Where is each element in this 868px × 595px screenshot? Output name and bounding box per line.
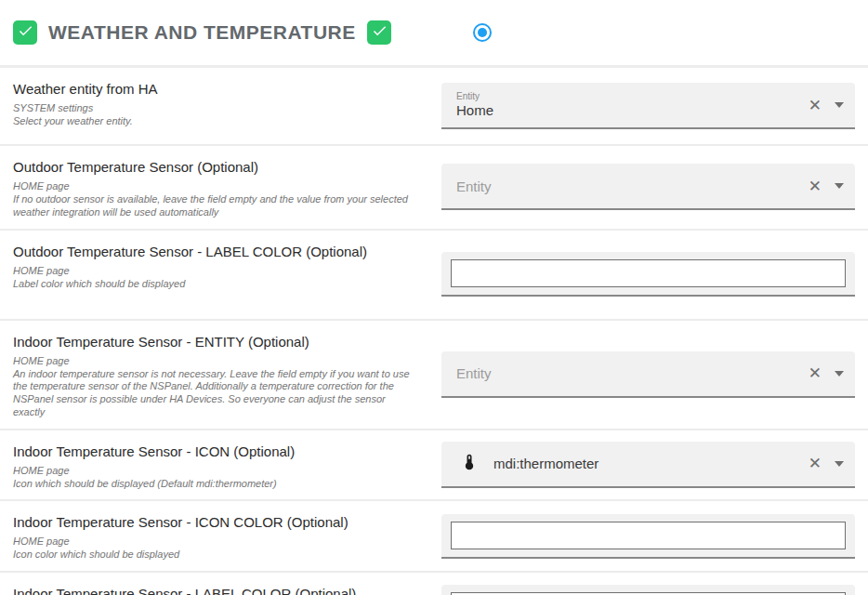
select-placeholder: Entity [456,178,801,194]
setting-context: HOME page [13,265,418,276]
setting-row-weather-entity: Weather entity from HA SYSTEM settings S… [0,66,868,144]
setting-title: Indoor Temperature Sensor - ICON COLOR (… [13,510,418,530]
select-value: mdi:thermometer [493,456,598,472]
setting-row-indoor-icon: Indoor Temperature Sensor - ICON (Option… [0,429,868,500]
setting-title: Indoor Temperature Sensor - ENTITY (Opti… [13,330,418,350]
setting-description: Label color which should be displayed [13,278,418,291]
setting-title: Outdoor Temperature Sensor (Optional) [13,155,418,175]
setting-row-indoor-label-color: Indoor Temperature Sensor - LABEL COLOR … [0,571,868,595]
chevron-down-icon[interactable] [835,371,844,377]
close-icon[interactable]: ✕ [809,178,822,194]
outdoor-sensor-select[interactable]: Entity ✕ [441,164,855,210]
setting-row-outdoor-sensor: Outdoor Temperature Sensor (Optional) HO… [0,144,868,229]
setting-row-indoor-icon-color: Indoor Temperature Sensor - ICON COLOR (… [0,499,868,571]
indoor-label-color-field [441,585,855,595]
setting-context: HOME page [13,536,418,547]
close-icon[interactable]: ✕ [809,98,822,113]
setting-labels: Indoor Temperature Sensor - ICON (Option… [0,430,426,500]
setting-title: Weather entity from HA [13,77,418,97]
setting-labels: Outdoor Temperature Sensor - LABEL COLOR… [0,231,426,300]
indoor-icon-color-field [441,514,855,559]
radio-dot-icon [478,28,487,37]
weather-settings-page: WEATHER AND TEMPERATURE Weather entity f… [0,0,868,595]
thermometer-icon [460,453,479,475]
setting-context: HOME page [13,355,418,366]
chevron-down-icon[interactable] [835,183,844,189]
outdoor-label-color-field [441,252,855,297]
setting-description: If no outdoor sensor is available, leave… [13,193,418,219]
chevron-down-icon[interactable] [835,461,844,467]
indoor-entity-select[interactable]: Entity ✕ [441,351,855,398]
setting-description: Icon color which should be displayed [13,549,418,562]
setting-context: HOME page [13,465,418,476]
setting-row-indoor-entity: Indoor Temperature Sensor - ENTITY (Opti… [0,319,868,429]
section-title: WEATHER AND TEMPERATURE [48,21,356,44]
check-icon [17,22,33,43]
setting-context: HOME page [13,180,418,192]
section-header: WEATHER AND TEMPERATURE [0,0,868,66]
section-checkbox-right[interactable] [367,20,391,45]
setting-title: Indoor Temperature Sensor - ICON (Option… [13,440,418,459]
close-icon[interactable]: ✕ [809,365,822,381]
weather-entity-select[interactable]: Entity Home ✕ [441,83,855,129]
setting-labels: Indoor Temperature Sensor - ICON COLOR (… [0,501,426,571]
chevron-down-icon[interactable] [835,102,844,108]
outdoor-label-color-input[interactable] [451,259,846,287]
close-icon[interactable]: ✕ [809,456,822,471]
select-floating-label: Entity [456,91,801,102]
setting-title: Indoor Temperature Sensor - LABEL COLOR … [13,582,418,595]
setting-row-outdoor-label-color: Outdoor Temperature Sensor - LABEL COLOR… [0,229,868,319]
select-placeholder: Entity [456,365,801,381]
indoor-icon-color-input[interactable] [451,522,846,549]
check-icon [371,22,388,43]
setting-labels: Outdoor Temperature Sensor (Optional) HO… [0,146,426,229]
section-radio[interactable] [473,23,492,42]
setting-title: Outdoor Temperature Sensor - LABEL COLOR… [13,240,418,259]
setting-labels: Weather entity from HA SYSTEM settings S… [0,68,426,138]
setting-context: SYSTEM settings [13,102,418,113]
setting-labels: Indoor Temperature Sensor - LABEL COLOR … [0,573,426,595]
setting-description: An indoor temperature sensor is not nece… [13,368,418,419]
setting-description: Icon which should be displayed (Default … [13,478,418,491]
select-value: Home [456,102,801,119]
indoor-icon-select[interactable]: mdi:thermometer ✕ [441,442,855,488]
setting-description: Select your weather entity. [13,115,418,128]
setting-labels: Indoor Temperature Sensor - ENTITY (Opti… [0,321,426,429]
section-checkbox-left[interactable] [13,20,37,45]
